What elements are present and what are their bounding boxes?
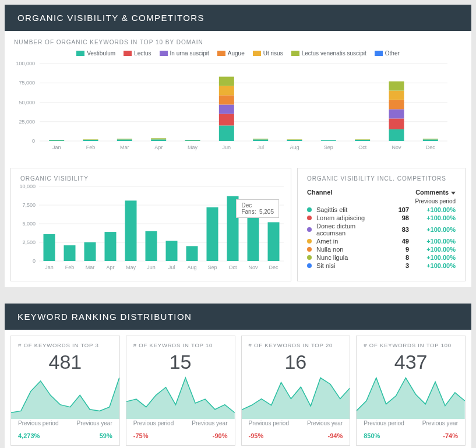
svg-rect-47 [389, 100, 404, 110]
svg-rect-20 [151, 139, 166, 141]
svg-rect-45 [389, 118, 404, 129]
svg-rect-24 [185, 140, 200, 140]
svg-text:Apr: Apr [106, 264, 114, 270]
svg-rect-17 [117, 139, 132, 141]
table-row[interactable]: Donec dictum accumsan83+100.00% [307, 222, 456, 237]
svg-rect-36 [287, 140, 302, 141]
svg-rect-30 [219, 86, 234, 96]
prev-period-value: -95% [249, 432, 264, 439]
svg-text:May: May [126, 264, 136, 270]
prev-period-value: -75% [133, 432, 149, 439]
svg-rect-21 [151, 138, 166, 139]
kpi-label: # OF KEYWORDS IN TOP 3 [11, 336, 119, 350]
svg-text:2,500: 2,500 [22, 239, 36, 245]
svg-rect-14 [83, 140, 98, 141]
svg-rect-42 [355, 139, 370, 140]
legend-item[interactable]: Lectus [124, 50, 151, 57]
kpi-card: # OF KEYWORDS IN TOP 3481Previous period… [10, 336, 120, 446]
col-channel: Channel [307, 189, 415, 196]
color-dot-icon [307, 247, 312, 252]
kpi-value: 481 [11, 350, 119, 376]
channel-name: Lorem adipiscing [316, 214, 386, 221]
svg-text:10,000: 10,000 [19, 184, 36, 189]
prev-period-value: 4,273% [18, 432, 40, 439]
kpi-card: # OF KEYWORDS IN TOP 2016Previous period… [241, 336, 351, 446]
prev-year-label: Previous year [422, 420, 458, 426]
svg-rect-39 [321, 140, 336, 141]
svg-rect-85 [268, 222, 280, 261]
legend-item[interactable]: In urna suscipit [160, 50, 209, 57]
svg-rect-12 [49, 140, 64, 140]
channel-change: +100.00% [409, 214, 456, 221]
kpi-card: # OF KEYWRDS IN TOP 1015Previous periodP… [126, 336, 235, 446]
svg-rect-37 [287, 139, 302, 140]
channel-value: 83 [386, 226, 409, 233]
svg-text:Jun: Jun [223, 144, 231, 150]
color-dot-icon [307, 227, 312, 232]
legend-item[interactable]: Lectus venenatis suscipit [291, 50, 366, 57]
legend-item[interactable]: Augue [217, 50, 245, 57]
table-row[interactable]: Nulla non9+100.00% [307, 245, 456, 253]
svg-text:50,000: 50,000 [19, 100, 35, 105]
svg-text:5,000: 5,000 [22, 221, 36, 227]
channel-value: 107 [386, 206, 409, 213]
kpi-label: # OF KEYWRDS IN TOP 10 [126, 336, 235, 350]
table-row[interactable]: Sagittis elit107+100.00% [307, 206, 456, 214]
svg-text:Sep: Sep [207, 264, 217, 270]
kpi-card: # OF KEYWORDS IN TOP 100437Previous peri… [356, 336, 466, 446]
channel-value: 49 [386, 238, 409, 245]
svg-rect-67 [84, 242, 96, 261]
channel-change: +100.00% [409, 226, 456, 233]
prev-year-value: -94% [328, 432, 343, 439]
prev-period-label: Previous period [18, 420, 58, 426]
sparkline-chart [126, 376, 235, 419]
svg-rect-18 [117, 139, 132, 139]
svg-text:Jan: Jan [45, 264, 54, 270]
svg-rect-75 [166, 241, 178, 261]
kpi-value: 16 [242, 350, 350, 376]
table-row[interactable]: Nunc ligula8+100.00% [307, 253, 456, 262]
svg-text:Oct: Oct [358, 144, 367, 150]
channel-value: 98 [386, 214, 409, 221]
svg-rect-49 [389, 82, 404, 91]
table-row[interactable]: Sit nisi3+100.00% [307, 262, 456, 270]
channel-change: +100.00% [409, 206, 456, 213]
color-dot-icon [307, 263, 312, 268]
channel-name: Nunc ligula [316, 254, 386, 261]
sparkline-chart [357, 376, 465, 419]
table-row[interactable]: Lorem adipiscing98+100.00% [307, 214, 456, 222]
table-row[interactable]: Amet in49+100.00% [307, 237, 456, 245]
svg-text:Jul: Jul [257, 144, 264, 150]
kpi-label: # OF KEYWORDS IN TOP 20 [242, 336, 350, 350]
svg-text:Aug: Aug [187, 264, 196, 270]
kpi-label: # OF KEYWORDS IN TOP 100 [357, 336, 465, 350]
channel-value: 8 [386, 254, 409, 261]
col-comments-sort[interactable]: Comments [415, 189, 456, 196]
svg-text:7,500: 7,500 [22, 202, 36, 208]
svg-text:Aug: Aug [290, 144, 299, 150]
kpi-value: 15 [126, 350, 235, 376]
prev-period-label: Previous period [133, 420, 174, 426]
svg-rect-33 [253, 139, 268, 141]
prev-year-value: -90% [213, 432, 228, 439]
legend-item[interactable]: Ut risus [253, 50, 283, 57]
legend-item[interactable]: Vestibulum [76, 50, 115, 57]
svg-rect-41 [355, 140, 370, 141]
kpi-value: 437 [357, 350, 465, 376]
channel-value: 9 [386, 246, 409, 253]
svg-rect-23 [185, 140, 200, 141]
legend-item[interactable]: Other [375, 50, 400, 57]
svg-text:Sep: Sep [324, 144, 333, 150]
svg-text:Oct: Oct [228, 264, 237, 270]
svg-text:Feb: Feb [86, 144, 96, 150]
svg-text:25,000: 25,000 [19, 119, 35, 125]
svg-rect-63 [44, 234, 55, 261]
svg-text:May: May [188, 144, 198, 150]
prev-period-label: Previous period [364, 420, 404, 426]
competitors-title: ORGANIC VISIBILITY INCL. COMPETITORS [298, 168, 465, 184]
section-keyword-ranking: KEYWORD RANKING DISTRIBUTION # OF KEYWOR… [5, 304, 471, 448]
svg-text:0: 0 [33, 258, 36, 264]
section-organic-visibility: ORGANIC VISIBILITY & COMPETITORS NUMBER … [5, 5, 471, 287]
svg-rect-29 [219, 96, 234, 105]
prev-year-label: Previous year [192, 420, 227, 426]
